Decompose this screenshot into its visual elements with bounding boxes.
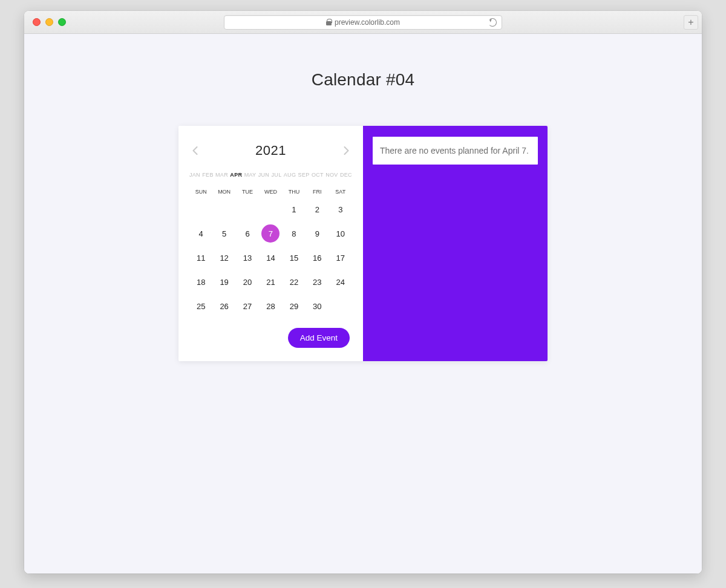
- day-24[interactable]: 24: [329, 270, 352, 294]
- month-apr[interactable]: APR: [230, 172, 242, 178]
- page-viewport: Calendar #04 2021 JANFEBMARAPRMAYJUNJULA…: [24, 34, 702, 573]
- day-27[interactable]: 27: [236, 294, 259, 318]
- window-close-button[interactable]: [33, 18, 41, 26]
- day-19[interactable]: 19: [212, 270, 235, 294]
- day-22[interactable]: 22: [283, 270, 306, 294]
- window-maximize-button[interactable]: [58, 18, 66, 26]
- month-aug[interactable]: AUG: [284, 172, 296, 178]
- day-18[interactable]: 18: [189, 270, 212, 294]
- empty-cell: [236, 197, 259, 221]
- day-20[interactable]: 20: [236, 270, 259, 294]
- month-nov[interactable]: NOV: [325, 172, 338, 178]
- window-minimize-button[interactable]: [45, 18, 53, 26]
- day-7[interactable]: 7: [259, 221, 282, 246]
- day-11[interactable]: 11: [189, 246, 212, 270]
- browser-window: preview.colorlib.com + Calendar #04 2021…: [24, 11, 702, 573]
- no-events-message: There are no events planned for April 7.: [373, 137, 538, 165]
- day-12[interactable]: 12: [212, 246, 235, 270]
- empty-cell: [259, 197, 282, 221]
- address-bar-text: preview.colorlib.com: [335, 18, 400, 27]
- address-bar[interactable]: preview.colorlib.com: [224, 15, 502, 30]
- month-picker: JANFEBMARAPRMAYJUNJULAUGSEPOCTNOVDEC: [189, 172, 352, 178]
- browser-titlebar: preview.colorlib.com +: [24, 11, 702, 34]
- month-jul[interactable]: JUL: [272, 172, 282, 178]
- weekday-fri: FRI: [306, 189, 329, 195]
- month-jun[interactable]: JUN: [258, 172, 269, 178]
- day-21[interactable]: 21: [259, 270, 282, 294]
- day-9[interactable]: 9: [306, 221, 329, 246]
- day-25[interactable]: 25: [189, 294, 212, 318]
- window-controls: [33, 18, 66, 26]
- day-26[interactable]: 26: [212, 294, 235, 318]
- day-29[interactable]: 29: [283, 294, 306, 318]
- month-feb[interactable]: FEB: [202, 172, 213, 178]
- day-15[interactable]: 15: [283, 246, 306, 270]
- empty-cell: [189, 197, 212, 221]
- day-14[interactable]: 14: [259, 246, 282, 270]
- day-1[interactable]: 1: [283, 197, 306, 221]
- day-17[interactable]: 17: [329, 246, 352, 270]
- day-23[interactable]: 23: [306, 270, 329, 294]
- chevron-right-icon: [344, 146, 349, 155]
- day-5[interactable]: 5: [212, 221, 235, 246]
- new-tab-button[interactable]: +: [684, 15, 698, 30]
- month-oct[interactable]: OCT: [312, 172, 324, 178]
- day-3[interactable]: 3: [329, 197, 352, 221]
- lock-icon: [326, 19, 332, 25]
- month-may[interactable]: MAY: [244, 172, 257, 178]
- chevron-left-icon: [192, 146, 198, 155]
- page-title: Calendar #04: [24, 70, 702, 90]
- date-grid: 1234567891011121314151617181920212223242…: [189, 197, 352, 318]
- weekday-tue: TUE: [236, 189, 259, 195]
- weekday-sat: SAT: [329, 189, 352, 195]
- day-13[interactable]: 13: [236, 246, 259, 270]
- day-30[interactable]: 30: [306, 294, 329, 318]
- day-16[interactable]: 16: [306, 246, 329, 270]
- day-6[interactable]: 6: [236, 221, 259, 246]
- year-nav: 2021: [189, 143, 352, 158]
- day-4[interactable]: 4: [189, 221, 212, 246]
- weekday-mon: MON: [212, 189, 235, 195]
- month-mar[interactable]: MAR: [215, 172, 228, 178]
- prev-year-button[interactable]: [191, 146, 199, 155]
- weekday-wed: WED: [259, 189, 282, 195]
- day-10[interactable]: 10: [329, 221, 352, 246]
- calendar-widget: 2021 JANFEBMARAPRMAYJUNJULAUGSEPOCTNOVDE…: [178, 126, 548, 361]
- month-dec[interactable]: DEC: [340, 172, 352, 178]
- calendar-pane: 2021 JANFEBMARAPRMAYJUNJULAUGSEPOCTNOVDE…: [178, 126, 363, 361]
- reload-icon[interactable]: [488, 18, 497, 27]
- empty-cell: [212, 197, 235, 221]
- events-pane: There are no events planned for April 7.: [363, 126, 548, 361]
- add-event-button[interactable]: Add Event: [288, 328, 350, 348]
- month-jan[interactable]: JAN: [189, 172, 200, 178]
- day-2[interactable]: 2: [306, 197, 329, 221]
- day-28[interactable]: 28: [259, 294, 282, 318]
- next-year-button[interactable]: [342, 146, 351, 155]
- year-label: 2021: [255, 143, 286, 158]
- month-sep[interactable]: SEP: [298, 172, 310, 178]
- weekday-header: SUNMONTUEWEDTHUFRISAT: [189, 189, 352, 195]
- weekday-thu: THU: [283, 189, 306, 195]
- day-8[interactable]: 8: [283, 221, 306, 246]
- weekday-sun: SUN: [189, 189, 212, 195]
